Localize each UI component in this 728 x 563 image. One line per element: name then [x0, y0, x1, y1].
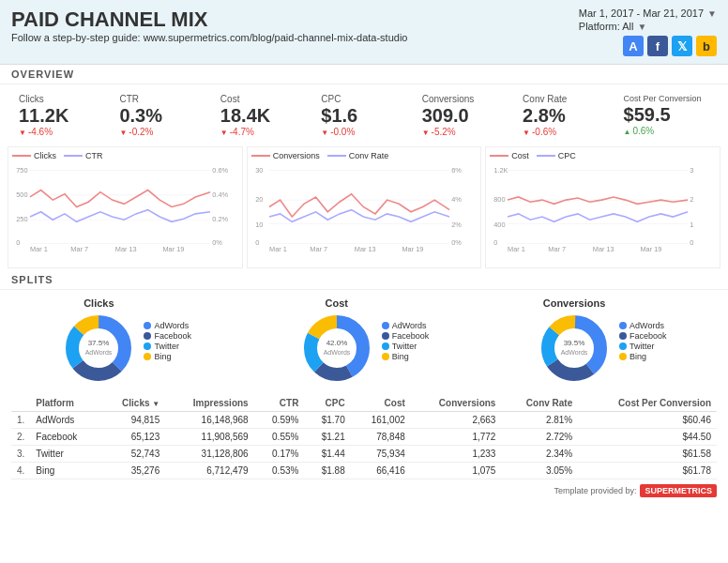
metric-cpc-label: CPC [321, 94, 406, 104]
cell-impressions: 11,908,569 [165, 429, 253, 446]
platform-dropdown-arrow[interactable]: ▼ [637, 22, 646, 32]
twitter-logo: 𝕏 [672, 36, 692, 56]
svg-text:6%: 6% [451, 166, 462, 175]
chart-cost: Cost CPC 1.2K 800 400 0 3 2 1 0 Mar 1 Ma… [485, 146, 720, 268]
svg-text:Mar 7: Mar 7 [549, 245, 567, 251]
metric-cost: Cost 18.4K -4.7% [213, 90, 313, 141]
clicks-chart-svg: 750 500 250 0 0.6% 0.4% 0.2% 0% Mar 1 Ma… [12, 162, 238, 251]
metric-ctr-value: 0.3% [119, 104, 205, 127]
donut-clicks: Clicks 37.5% AdWords AdWords Facebook Tw… [8, 292, 245, 391]
metric-clicks: Clicks 11.2K -4.6% [11, 90, 112, 141]
metric-cost-label: Cost [220, 94, 306, 104]
cell-rank: 4. [11, 463, 30, 479]
svg-text:Mar 19: Mar 19 [641, 245, 662, 251]
svg-text:Mar 1: Mar 1 [508, 245, 525, 251]
col-conversions[interactable]: Conversions [411, 395, 502, 412]
col-cost[interactable]: Cost [351, 395, 411, 412]
table-section: Platform Clicks ▼ Impressions CTR CPC Co… [0, 393, 728, 481]
table-row: 3. Twitter 52,743 31,128,806 0.17% $1.44… [11, 446, 717, 463]
col-impressions[interactable]: Impressions [165, 395, 253, 412]
cell-platform: AdWords [30, 412, 99, 429]
cell-cost-per-conv: $44.50 [578, 429, 717, 446]
svg-text:2: 2 [690, 195, 694, 204]
chart-conversions: Conversions Conv Rate 30 20 10 0 6% 4% 2… [247, 146, 482, 268]
svg-text:250: 250 [16, 215, 27, 223]
chart-cost-legend: Cost CPC [490, 151, 716, 160]
cell-ctr: 0.17% [254, 446, 305, 463]
metric-cpc-value: $1.6 [321, 104, 406, 127]
header-right: Mar 1, 2017 - Mar 21, 2017 ▼ Platform: A… [579, 8, 717, 56]
metric-conversions-change: -5.2% [422, 127, 508, 137]
metric-ctr: CTR 0.3% -0.2% [112, 90, 212, 141]
date-dropdown-arrow[interactable]: ▼ [707, 8, 717, 19]
metric-conv-rate-value: 2.8% [523, 104, 608, 127]
svg-text:400: 400 [494, 221, 506, 229]
svg-text:30: 30 [255, 166, 263, 175]
col-conv-rate[interactable]: Conv Rate [501, 395, 578, 412]
svg-text:800: 800 [494, 195, 506, 204]
svg-text:AdWords: AdWords [323, 349, 350, 356]
cell-impressions: 16,148,968 [165, 412, 253, 429]
col-cpc[interactable]: CPC [304, 395, 350, 412]
svg-text:0: 0 [16, 238, 20, 247]
adwords-logo: A [623, 36, 644, 56]
legend-ctr: CTR [85, 151, 103, 160]
brand-logos: A f 𝕏 b [579, 36, 717, 56]
cell-clicks: 35,276 [100, 463, 165, 479]
cell-platform: Bing [30, 463, 99, 479]
svg-text:Mar 13: Mar 13 [593, 245, 614, 251]
svg-text:10: 10 [255, 221, 263, 229]
svg-text:0: 0 [690, 238, 694, 247]
legend-conv-rate: Conv Rate [349, 151, 389, 160]
cell-cost-per-conv: $61.78 [578, 463, 717, 479]
cell-clicks: 65,123 [100, 429, 165, 446]
metric-conv-rate-change: -0.6% [523, 127, 608, 137]
col-ctr[interactable]: CTR [254, 395, 305, 412]
svg-text:AdWords: AdWords [85, 349, 113, 356]
cell-cpc: $1.44 [304, 446, 350, 463]
svg-text:Mar 13: Mar 13 [115, 245, 137, 251]
metric-cost-per-conv-label: Cost Per Conversion [624, 94, 709, 103]
cell-cpc: $1.70 [304, 412, 350, 429]
cell-clicks: 94,815 [100, 412, 165, 429]
cell-rank: 1. [11, 412, 30, 429]
col-cost-per-conv[interactable]: Cost Per Conversion [578, 395, 717, 412]
cell-conv-rate: 2.72% [501, 429, 578, 446]
metric-cpc-change: -0.0% [321, 127, 406, 137]
svg-text:39.5%: 39.5% [564, 339, 585, 347]
cell-conv-rate: 2.81% [501, 412, 578, 429]
metric-conversions-value: 309.0 [422, 104, 508, 127]
metrics-container: Clicks 11.2K -4.6% CTR 0.3% -0.2% Cost 1… [11, 90, 717, 141]
guide-text: Follow a step-by-step guide: www.superme… [11, 32, 407, 43]
chart-clicks: Clicks CTR 750 500 250 0 0.6% 0.4% 0.2% … [8, 146, 243, 268]
cell-cost: 66,416 [351, 463, 411, 479]
svg-text:0.2%: 0.2% [212, 215, 228, 223]
svg-text:0.4%: 0.4% [212, 190, 228, 199]
donut-conv-svg: 39.5% AdWords [537, 311, 612, 386]
legend-clicks: Clicks [34, 151, 56, 160]
metric-cost-per-conv: Cost Per Conversion $59.5 0.6% [616, 90, 717, 141]
legend-cost: Cost [511, 151, 529, 160]
donut-cost-title: Cost [325, 297, 347, 309]
cell-platform: Facebook [30, 429, 99, 446]
svg-text:750: 750 [16, 166, 27, 175]
donut-cost: Cost 42.0% AdWords AdWords Facebook Twit… [245, 292, 482, 391]
metric-conv-rate: Conv Rate 2.8% -0.6% [515, 90, 615, 141]
col-platform[interactable]: Platform [30, 395, 99, 412]
cell-clicks: 52,743 [100, 446, 165, 463]
template-text: Template provided by: [554, 486, 636, 495]
cell-conversions: 1,772 [411, 429, 502, 446]
svg-text:500: 500 [16, 190, 27, 199]
col-clicks[interactable]: Clicks ▼ [100, 395, 165, 412]
svg-text:0: 0 [255, 238, 259, 247]
cell-cost-per-conv: $60.46 [578, 412, 717, 429]
svg-text:Mar 19: Mar 19 [402, 245, 423, 251]
donut-conversions-title: Conversions [543, 297, 606, 309]
svg-text:0: 0 [494, 238, 498, 247]
metrics-row: Clicks 11.2K -4.6% CTR 0.3% -0.2% Cost 1… [0, 84, 728, 146]
table-row: 4. Bing 35,276 6,712,479 0.53% $1.88 66,… [11, 463, 717, 479]
svg-text:Mar 13: Mar 13 [354, 245, 375, 251]
supermetrics-logo: SUPERMETRICS [640, 484, 717, 497]
cell-rank: 3. [11, 446, 30, 463]
svg-text:2%: 2% [451, 221, 462, 229]
